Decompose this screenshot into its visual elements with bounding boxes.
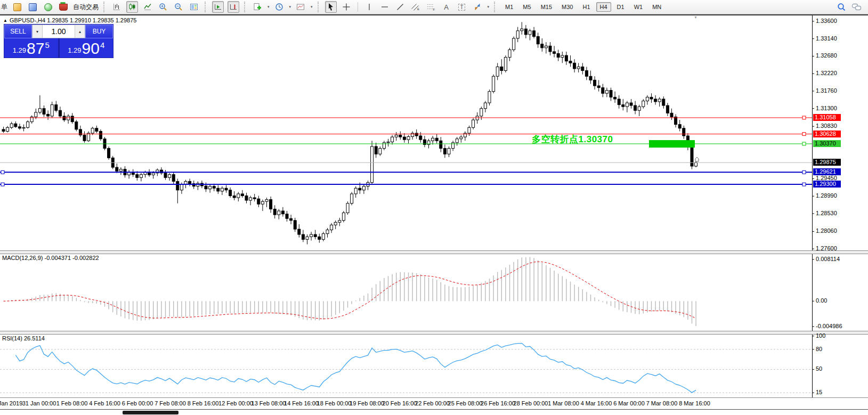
axis-label: 1.31300 bbox=[816, 105, 837, 111]
crosshair-icon bbox=[342, 3, 351, 11]
buy-button[interactable]: BUY bbox=[85, 25, 113, 38]
rsi-pane-splitter[interactable] bbox=[0, 331, 868, 335]
sell-button[interactable]: SELL bbox=[4, 25, 32, 38]
new-chart-caret-icon[interactable]: ▾ bbox=[267, 5, 270, 9]
zoom-out-button[interactable] bbox=[173, 1, 184, 13]
clock-icon bbox=[275, 3, 283, 11]
volume-down-button[interactable]: ▾ bbox=[33, 25, 43, 38]
timeframe-h4[interactable]: H4 bbox=[596, 2, 611, 12]
autotrading-label[interactable]: 自动交易 bbox=[73, 3, 99, 12]
tile-windows-icon bbox=[190, 3, 198, 11]
horizontal-line-icon bbox=[380, 3, 389, 11]
rsi-line bbox=[15, 343, 696, 393]
tile-windows-button[interactable] bbox=[188, 1, 200, 13]
autotrading-icon bbox=[59, 4, 68, 11]
new-order-button[interactable]: 单 bbox=[1, 3, 7, 12]
line-chart-button[interactable] bbox=[142, 1, 153, 13]
equidistant-channel-icon: E bbox=[411, 3, 420, 11]
zoom-in-icon bbox=[159, 3, 167, 11]
clock-caret-icon[interactable]: ▾ bbox=[289, 5, 291, 9]
axis-label: -0.004986 bbox=[816, 323, 842, 329]
bar-chart-button[interactable] bbox=[111, 1, 123, 13]
horizontal-scrollbar-thumb[interactable] bbox=[123, 411, 179, 414]
toolbar-grip bbox=[103, 2, 106, 12]
trendline-tool-button[interactable] bbox=[394, 1, 406, 13]
time-label: 13 Feb 08:00 bbox=[252, 400, 286, 406]
time-label: 7 Mar 08:00 bbox=[646, 400, 678, 406]
indicators-button[interactable] bbox=[11, 1, 23, 13]
time-label: 8 Feb 16:00 bbox=[188, 400, 219, 406]
arrows-tool-button[interactable] bbox=[472, 1, 483, 13]
zoom-in-button[interactable] bbox=[157, 1, 169, 13]
arrows-caret-icon[interactable]: ▾ bbox=[488, 5, 490, 9]
timeframe-m30[interactable]: M30 bbox=[558, 2, 577, 12]
template-button[interactable] bbox=[295, 1, 306, 13]
timeframe-h1[interactable]: H1 bbox=[579, 2, 594, 12]
line-handle[interactable] bbox=[802, 133, 806, 136]
channel-glyph: E bbox=[417, 7, 419, 11]
line-handle[interactable] bbox=[1, 183, 4, 186]
line-handle[interactable] bbox=[802, 142, 806, 145]
time-label: 19 Feb 08:00 bbox=[350, 400, 384, 406]
axis-label: 1.32680 bbox=[816, 52, 837, 59]
timeframe-d1[interactable]: D1 bbox=[613, 2, 628, 12]
channel-tool-button[interactable]: E bbox=[410, 1, 421, 13]
timeframe-m15[interactable]: M15 bbox=[537, 2, 556, 12]
time-label: 1 Feb 08:00 bbox=[56, 400, 88, 406]
signals-button[interactable] bbox=[42, 1, 54, 13]
scroll-anchor-icon[interactable]: ▼ bbox=[694, 15, 697, 19]
buy-price[interactable]: 1.29904 bbox=[60, 38, 113, 58]
zoom-out-icon bbox=[174, 3, 183, 11]
toolbar-grip bbox=[205, 2, 207, 12]
candlestick-chart-button[interactable] bbox=[126, 1, 138, 13]
timeframe-mn[interactable]: MN bbox=[648, 2, 665, 12]
market-watch-button[interactable] bbox=[27, 1, 38, 13]
time-label: 22 Feb 00:00 bbox=[415, 400, 450, 406]
search-button[interactable] bbox=[835, 1, 847, 13]
volume-input[interactable]: 1.00 bbox=[43, 25, 75, 38]
timeframe-w1[interactable]: W1 bbox=[630, 2, 647, 12]
macd-histogram bbox=[4, 257, 696, 326]
toolbar-grip bbox=[318, 2, 320, 12]
buy-price-prefix: 1.29 bbox=[68, 46, 81, 54]
chart-title: ▲ GBPUSD-,H4 1.29835 1.29910 1.29835 1.2… bbox=[3, 17, 136, 23]
macd-pane-splitter[interactable] bbox=[0, 250, 868, 254]
line-handle[interactable] bbox=[802, 170, 806, 174]
crosshair-tool-button[interactable] bbox=[340, 1, 352, 13]
sell-price[interactable]: 1.29875 bbox=[4, 38, 58, 58]
text-tool-icon: A bbox=[444, 3, 449, 11]
time-label: 4 Mar 16:00 bbox=[581, 400, 612, 406]
text-tool-button[interactable]: A bbox=[441, 1, 452, 13]
toolbar-grip bbox=[244, 2, 247, 12]
pivot-highlight-rectangle[interactable] bbox=[649, 140, 695, 148]
cursor-tool-button[interactable] bbox=[325, 1, 337, 13]
vline-tool-button[interactable] bbox=[363, 1, 375, 13]
price-level-label: 1.30628 bbox=[813, 131, 841, 137]
chart-shift-button[interactable] bbox=[228, 1, 239, 13]
chat-button[interactable] bbox=[851, 1, 863, 13]
chart-title-text: GBPUSD-,H4 1.29835 1.29910 1.29835 1.298… bbox=[10, 17, 137, 23]
pivot-annotation-text[interactable]: 多空转折点1.30370 bbox=[532, 133, 613, 145]
auto-scroll-button[interactable] bbox=[212, 1, 224, 13]
axis-label: 50 bbox=[816, 365, 822, 372]
chart-canvas[interactable] bbox=[0, 0, 868, 415]
line-handle[interactable] bbox=[802, 116, 806, 119]
autotrading-button[interactable] bbox=[58, 1, 69, 13]
time-label: 12 Feb 00:00 bbox=[218, 400, 253, 406]
time-label: 28 Feb 00:00 bbox=[514, 400, 548, 406]
timeframe-m1[interactable]: M1 bbox=[501, 2, 517, 12]
volume-up-button[interactable]: ▴ bbox=[75, 25, 85, 38]
hline-tool-button[interactable] bbox=[379, 1, 391, 13]
fibonacci-icon: F bbox=[426, 3, 436, 11]
buy-price-big: 90 bbox=[82, 41, 100, 56]
line-handle[interactable] bbox=[1, 170, 4, 174]
buy-price-pip: 4 bbox=[100, 40, 104, 50]
line-handle[interactable] bbox=[802, 183, 806, 186]
timeframe-m5[interactable]: M5 bbox=[519, 2, 534, 12]
fibonacci-tool-button[interactable]: F bbox=[425, 1, 437, 13]
template-caret-icon[interactable]: ▾ bbox=[311, 5, 313, 9]
volume-spinner: ▾ 1.00 ▴ bbox=[32, 25, 85, 38]
new-chart-button[interactable] bbox=[252, 1, 263, 13]
text-label-tool-button[interactable]: T bbox=[456, 1, 468, 13]
timeframe-clock-button[interactable] bbox=[273, 1, 285, 13]
